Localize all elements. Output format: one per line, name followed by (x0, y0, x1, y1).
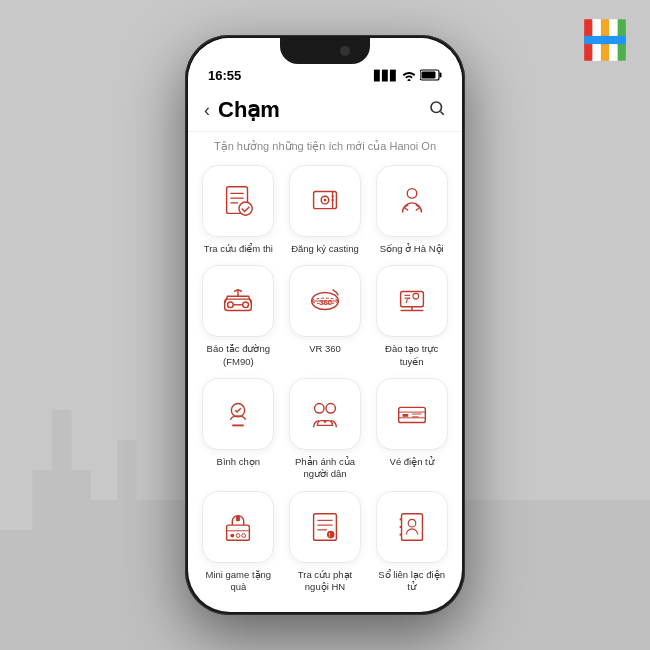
casting-icon-box (289, 165, 361, 237)
phone-frame: 16:55 ▊▊▊ ‹ Chạm Tận hưởng những tiện íc… (185, 35, 465, 615)
back-button[interactable]: ‹ (204, 100, 210, 121)
grid-item-vr360[interactable]: 360 VR 360 (287, 265, 364, 368)
vr360-icon-box: 360 (289, 265, 361, 337)
status-time: 16:55 (208, 68, 241, 83)
vr360-icon: 360 (306, 282, 344, 320)
svg-point-44 (315, 404, 325, 414)
wifi-icon (402, 69, 416, 83)
grid-item-elearning[interactable]: Đào tạo trực tuyến (373, 265, 450, 368)
svg-rect-7 (609, 44, 617, 61)
nav-bar: ‹ Chạm (188, 89, 462, 132)
ticket-label: Vé điện tử (390, 456, 434, 468)
contact-label: Sổ liên lạc điện tử (376, 569, 448, 594)
svg-point-68 (408, 519, 416, 527)
feedback-label: Phản ánh của người dân (289, 456, 361, 481)
exam-label: Tra cứu điểm thi (204, 243, 273, 255)
svg-text:!: ! (329, 532, 331, 538)
subtitle: Tận hưởng những tiện ích mới của Hanoi O… (188, 132, 462, 157)
grid-item-living[interactable]: Sống ở Hà Nội (373, 165, 450, 255)
vote-icon (219, 395, 257, 433)
living-icon (393, 182, 431, 220)
svg-rect-49 (402, 414, 408, 417)
grid-item-ticket[interactable]: Vé điện tử (373, 378, 450, 481)
svg-point-17 (239, 202, 252, 215)
fine-label: Tra cứu phạt nguội HN (289, 569, 361, 594)
svg-point-24 (407, 189, 417, 199)
svg-point-55 (236, 533, 240, 537)
exam-icon-box (202, 165, 274, 237)
grid-item-contact[interactable]: Sổ liên lạc điện tử (373, 491, 450, 594)
svg-rect-36 (400, 292, 423, 307)
battery-icon (420, 69, 442, 83)
svg-point-26 (228, 302, 234, 308)
minigame-icon-box (202, 491, 274, 563)
traffic-icon (219, 282, 257, 320)
svg-rect-6 (593, 44, 601, 61)
svg-point-39 (413, 294, 419, 300)
signal-icon: ▊▊▊ (374, 70, 398, 81)
svg-rect-22 (332, 195, 334, 197)
svg-text:360: 360 (319, 298, 332, 307)
living-icon-box (376, 165, 448, 237)
phone-screen: 16:55 ▊▊▊ ‹ Chạm Tận hưởng những tiện íc… (188, 38, 462, 612)
elearning-icon (393, 282, 431, 320)
svg-point-45 (326, 404, 336, 414)
feedback-icon-box (289, 378, 361, 450)
casting-icon (306, 182, 344, 220)
living-label: Sống ở Hà Nội (380, 243, 444, 255)
feedback-icon (306, 395, 344, 433)
contact-icon (393, 508, 431, 546)
grid-item-traffic[interactable]: Báo tắc đường (FM90) (200, 265, 277, 368)
phone-notch (280, 38, 370, 64)
ticket-icon-box (376, 378, 448, 450)
vr360-label: VR 360 (309, 343, 341, 355)
svg-point-20 (324, 199, 327, 202)
casting-label: Đăng ký casting (291, 243, 359, 255)
status-icons: ▊▊▊ (374, 69, 442, 83)
grid-item-exam[interactable]: Tra cứu điểm thi (200, 165, 277, 255)
hanoi-logo (580, 15, 630, 65)
svg-line-12 (440, 111, 443, 114)
grid-item-casting[interactable]: Đăng ký casting (287, 165, 364, 255)
svg-rect-57 (236, 515, 240, 521)
svg-rect-5 (609, 19, 617, 36)
minigame-icon (219, 508, 257, 546)
grid-item-vote[interactable]: Bình chọn (200, 378, 277, 481)
ticket-icon (393, 395, 431, 433)
svg-point-11 (431, 102, 442, 113)
search-button[interactable] (428, 99, 446, 122)
elearning-label: Đào tạo trực tuyến (376, 343, 448, 368)
svg-rect-3 (584, 36, 626, 44)
feature-grid: Tra cứu điểm thi Đăng ký (200, 165, 450, 593)
grid-item-fine[interactable]: ! Tra cứu phạt nguội HN (287, 491, 364, 594)
grid-item-feedback[interactable]: Phản ánh của người dân (287, 378, 364, 481)
grid-item-minigame[interactable]: Mini game tặng quà (200, 491, 277, 594)
svg-rect-9 (440, 72, 442, 77)
front-camera (340, 46, 350, 56)
traffic-label: Báo tắc đường (FM90) (202, 343, 274, 368)
vote-icon-box (202, 378, 274, 450)
svg-rect-10 (422, 71, 436, 78)
contact-icon-box (376, 491, 448, 563)
svg-point-54 (231, 533, 235, 537)
traffic-icon-box (202, 265, 274, 337)
vote-label: Bình chọn (217, 456, 261, 468)
svg-point-56 (242, 533, 246, 537)
fine-icon: ! (306, 508, 344, 546)
svg-rect-4 (593, 19, 601, 36)
exam-icon (219, 182, 257, 220)
svg-point-27 (243, 302, 249, 308)
svg-rect-23 (332, 199, 334, 201)
grid-scroll[interactable]: Tra cứu điểm thi Đăng ký (188, 157, 462, 612)
svg-rect-52 (227, 525, 250, 540)
fine-icon-box: ! (289, 491, 361, 563)
page-title: Chạm (218, 97, 428, 123)
elearning-icon-box (376, 265, 448, 337)
minigame-label: Mini game tặng quà (202, 569, 274, 594)
